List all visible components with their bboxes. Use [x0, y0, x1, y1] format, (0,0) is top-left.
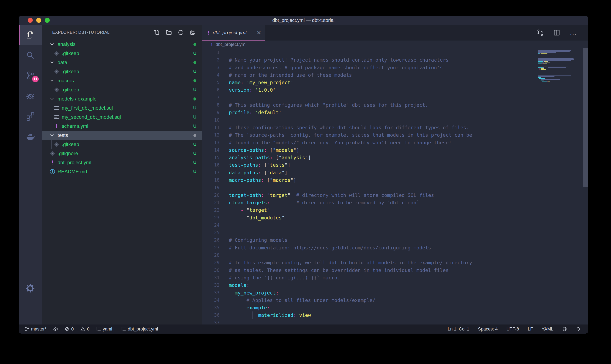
activity-item-explorer[interactable]: [19, 25, 42, 45]
tree-item-macros[interactable]: macros: [42, 76, 202, 85]
status-cursor-position[interactable]: Ln 1, Col 1: [448, 326, 469, 332]
line-number: 16: [202, 161, 220, 169]
status-language-mode[interactable]: YAML: [542, 326, 554, 332]
tree-item-schema-yml[interactable]: !schema.ymlU: [42, 122, 202, 131]
code-line-12: 12# The `source-paths` config, for examp…: [202, 131, 538, 139]
line-number: 2: [202, 56, 220, 64]
sql-file-icon: [54, 106, 59, 110]
more-actions-icon[interactable]: …: [569, 29, 577, 37]
tree-item--gitkeep[interactable]: .gitkeepU: [42, 67, 202, 76]
line-number: 29: [202, 259, 220, 266]
git-untracked-badge: U: [193, 51, 196, 56]
code-line-3: 3# and underscores. A good package name …: [202, 64, 538, 71]
editor-scrollbar[interactable]: [583, 48, 588, 325]
split-editor-icon[interactable]: [553, 29, 560, 36]
line-number: 11: [202, 124, 220, 131]
tree-item--gitkeep[interactable]: .gitkeepU: [42, 85, 202, 94]
tab-dbt-project-yml[interactable]: ! dbt_project.yml ✕: [202, 25, 265, 40]
status-warnings[interactable]: 0: [80, 326, 89, 332]
indent-guide: [241, 312, 241, 319]
tree-item--gitignore[interactable]: .gitignoreU: [42, 149, 202, 158]
indent-guide: [241, 297, 241, 304]
minimize-window-button[interactable]: [36, 18, 41, 23]
file-tree: analysis.gitkeepUdata.gitkeepUmacros.git…: [42, 40, 202, 325]
git-file-icon: [50, 151, 55, 156]
circle-slash-icon: [65, 326, 69, 332]
status-eol[interactable]: LF: [528, 326, 533, 332]
tree-item-readme-md[interactable]: iREADME.mdU: [42, 167, 202, 176]
code-line-35: 35 example:: [202, 304, 538, 312]
extensions-icon: [26, 111, 35, 121]
tab-label: dbt_project.yml: [213, 30, 255, 36]
status-errors[interactable]: 0: [65, 326, 74, 332]
code-line-24: 24: [202, 221, 538, 229]
status-publish-changes[interactable]: [53, 326, 58, 332]
manage-gear-icon[interactable]: [19, 279, 42, 298]
open-changes-icon[interactable]: [536, 29, 544, 36]
new-file-icon[interactable]: [153, 29, 160, 36]
status-feedback[interactable]: [562, 326, 567, 332]
status-encoding[interactable]: UTF-8: [506, 326, 519, 332]
tree-item-analysis[interactable]: analysis: [42, 40, 202, 49]
minimap[interactable]: [538, 49, 583, 82]
close-window-button[interactable]: [28, 18, 33, 23]
tree-item-data[interactable]: data: [42, 58, 202, 67]
git-untracked-badge: U: [193, 123, 196, 129]
line-number: 15: [202, 154, 220, 161]
activity-item-extensions[interactable]: [19, 106, 42, 126]
breadcrumb[interactable]: ! dbt_project.yml: [202, 40, 588, 48]
line-number: 1: [202, 49, 220, 56]
line-number: 23: [202, 214, 220, 221]
status-active-file[interactable]: dbt_project.yml: [121, 326, 158, 332]
tree-item-my-first-dbt-model-sql[interactable]: my_first_dbt_model.sqlU: [42, 104, 202, 113]
tree-item-label: README.md: [57, 169, 87, 175]
active-tab-indicator: [202, 40, 265, 40]
status-git-branch-status[interactable]: master*: [25, 326, 46, 332]
indent-guide: [229, 289, 229, 297]
tree-item--gitkeep[interactable]: .gitkeepU: [42, 49, 202, 58]
code-line-9: 9profile: 'default': [202, 109, 538, 116]
git-status-dot: [194, 134, 196, 137]
title-bar: dbt_project.yml — dbt-tutorial: [19, 16, 588, 25]
tree-item-dbt-project-yml[interactable]: !dbt_project.ymlU: [42, 158, 202, 167]
tree-item-label: .gitkeep: [62, 51, 79, 56]
chevron-down-icon: [49, 132, 56, 138]
vscode-window: dbt_project.yml — dbt-tutorial 11 EXPLOR…: [19, 16, 588, 334]
line-number: 5: [202, 79, 220, 86]
code-lines: 12# Name your project! Project names sho…: [202, 49, 538, 325]
refresh-icon[interactable]: [178, 29, 184, 36]
tree-item-tests[interactable]: tests: [42, 131, 202, 140]
tree-item-my-second-dbt-model-sql[interactable]: my_second_dbt_model.sqlU: [42, 113, 202, 122]
code-line-37: 37: [202, 319, 538, 325]
tree-item--gitkeep[interactable]: .gitkeepU: [42, 140, 202, 149]
collapse-all-icon[interactable]: [190, 29, 196, 36]
close-tab-icon[interactable]: ✕: [257, 30, 261, 36]
tree-item-label: analysis: [57, 41, 76, 47]
indent-guide: [252, 312, 253, 319]
chevron-down-icon: [49, 60, 56, 65]
zoom-window-button[interactable]: [45, 18, 50, 23]
status-label: Ln 1, Col 1: [448, 326, 469, 332]
line-number: 33: [202, 289, 220, 297]
status-linter-yaml[interactable]: yaml |: [96, 326, 114, 332]
status-label: 0: [87, 326, 89, 332]
status-indentation[interactable]: Spaces: 4: [478, 326, 498, 332]
tree-item-models-example[interactable]: models / example: [42, 94, 202, 104]
scrollbar-thumb[interactable]: [583, 48, 588, 187]
code-line-7: 7: [202, 94, 538, 101]
code-editor[interactable]: 12# Name your project! Project names sho…: [202, 48, 588, 325]
new-folder-icon[interactable]: [166, 29, 172, 36]
activity-item-search[interactable]: [19, 45, 42, 65]
activity-item-docker[interactable]: [19, 126, 42, 146]
activity-bar: 11: [19, 25, 42, 325]
line-number: 10: [202, 117, 220, 124]
code-line-25: 25: [202, 229, 538, 236]
explorer-header: EXPLORER: DBT-TUTORIAL: [42, 25, 202, 40]
status-notifications[interactable]: [576, 326, 581, 332]
status-label: dbt_project.yml: [128, 326, 158, 332]
chevron-down-icon: [49, 78, 56, 83]
line-number: 35: [202, 304, 220, 312]
code-line-29: 29# In this example config, we tell dbt …: [202, 259, 538, 266]
activity-item-debug[interactable]: [19, 86, 42, 106]
activity-item-source-control[interactable]: 11: [19, 65, 42, 86]
